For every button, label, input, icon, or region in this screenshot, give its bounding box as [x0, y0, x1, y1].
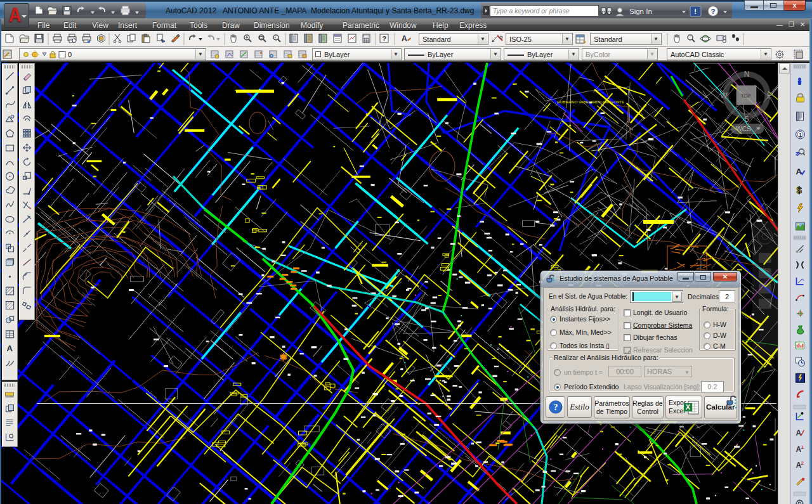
svg-text:S: S [744, 115, 749, 124]
svg-text:A: A [7, 344, 13, 353]
svg-text:?: ? [553, 403, 558, 412]
svg-text:1: 1 [799, 132, 802, 138]
svg-text:2: 2 [801, 460, 804, 466]
svg-text:Sign In: Sign In [629, 8, 652, 15]
svg-text:A: A [796, 167, 802, 176]
svg-text:A: A [796, 429, 802, 437]
svg-text:X: X [686, 403, 691, 411]
svg-text:TOP: TOP [741, 93, 751, 99]
svg-text:!: ! [694, 8, 697, 15]
svg-text:E: E [767, 91, 772, 100]
svg-text:1: 1 [801, 444, 804, 450]
svg-text:N: N [744, 70, 750, 79]
svg-text:$: $ [797, 184, 802, 195]
svg-text:GOBIERNO VABELARDO AMAGONTE: GOBIERNO VABELARDO AMAGONTE [557, 100, 624, 104]
svg-text:?: ? [382, 35, 386, 42]
svg-text:WCS: WCS [736, 126, 751, 132]
svg-text:A: A [402, 34, 407, 43]
svg-text:?: ? [711, 8, 716, 15]
svg-text:W: W [720, 91, 728, 100]
